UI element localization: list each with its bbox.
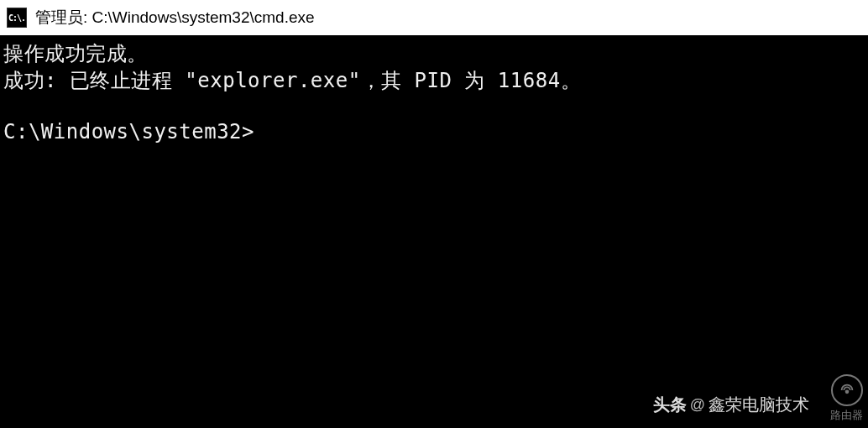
terminal-output-line: 成功: 已终止进程 "explorer.exe"，其 PID 为 11684。 (3, 67, 865, 94)
toutiao-label: 头条 (653, 394, 687, 416)
terminal-prompt: C:\Windows\system32> (3, 118, 254, 145)
watermark-router: 路由器 (830, 374, 863, 423)
toutiao-at: @ (690, 396, 705, 414)
window-title: 管理员: C:\Windows\system32\cmd.exe (35, 7, 315, 29)
toutiao-author: 鑫荣电脑技术 (709, 394, 809, 416)
terminal-output-line: 操作成功完成。 (3, 40, 865, 67)
watermark-toutiao: 头条 @ 鑫荣电脑技术 (653, 394, 809, 416)
router-icon (831, 374, 863, 406)
cmd-icon: C:\. (7, 8, 27, 28)
terminal-prompt-line[interactable]: C:\Windows\system32> (3, 118, 865, 145)
svg-point-0 (845, 390, 848, 393)
terminal-area[interactable]: 操作成功完成。 成功: 已终止进程 "explorer.exe"，其 PID 为… (0, 35, 868, 150)
cmd-icon-label: C:\. (8, 13, 25, 23)
router-label: 路由器 (830, 408, 863, 423)
titlebar[interactable]: C:\. 管理员: C:\Windows\system32\cmd.exe (0, 0, 868, 35)
